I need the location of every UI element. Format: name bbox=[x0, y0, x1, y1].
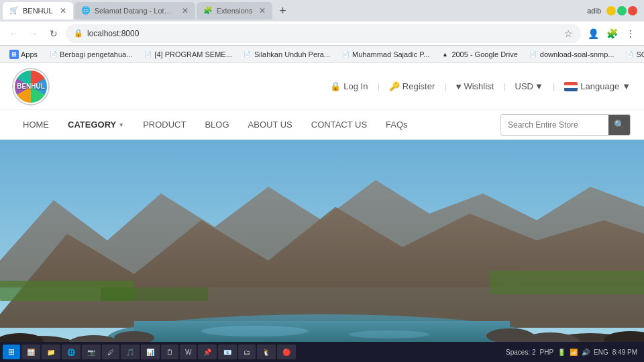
header-actions: 🔒 Log In | 🔑 Register | ♥ Wishlist | USD… bbox=[330, 81, 631, 91]
nav-contact[interactable]: CONTACT US bbox=[302, 111, 376, 138]
nav-home[interactable]: HOME bbox=[13, 111, 58, 138]
hero-svg bbox=[0, 140, 644, 352]
tab-selamat-datang[interactable]: 🌐 Selamat Datang - Lotuve ... ✕ bbox=[74, 2, 195, 19]
tray-lang: ENG bbox=[594, 349, 608, 356]
close-button[interactable] bbox=[628, 6, 637, 15]
tab-favicon-3: 🧩 bbox=[203, 6, 213, 15]
start-icon: ⊞ bbox=[8, 347, 15, 357]
search-input[interactable] bbox=[501, 117, 608, 133]
taskbar-item-3[interactable]: 🌐 bbox=[62, 345, 80, 359]
login-label: Log In bbox=[343, 81, 368, 91]
search-container: 🔍 bbox=[500, 114, 631, 136]
language-selector[interactable]: Language ▼ bbox=[564, 81, 631, 91]
apps-icon: ⊞ bbox=[9, 50, 19, 59]
bookmark-label-berbagi: Berbagi pengetahua... bbox=[60, 50, 132, 58]
bookmark-label-muhammad: Muhammad Sajadic P... bbox=[352, 50, 429, 58]
logo-container[interactable]: BENHUL bbox=[13, 69, 48, 104]
taskbar-item-12[interactable]: 🗂 bbox=[238, 345, 256, 359]
bookmark-label-download: download-soal-snmp... bbox=[540, 50, 614, 58]
taskbar-icon-10: 📌 bbox=[203, 349, 211, 356]
wishlist-link[interactable]: ♥ Wishlist bbox=[456, 81, 494, 91]
settings-button[interactable]: ⋮ bbox=[623, 26, 639, 42]
currency-label: USD bbox=[515, 81, 533, 91]
svg-rect-4 bbox=[490, 271, 644, 294]
account-button[interactable]: 👤 bbox=[585, 26, 601, 42]
taskbar-item-6[interactable]: 🎵 bbox=[121, 345, 140, 359]
currency-selector[interactable]: USD ▼ bbox=[515, 81, 543, 91]
taskbar-icon-1: 🪟 bbox=[27, 349, 35, 356]
tab-close-3[interactable]: ✕ bbox=[259, 6, 266, 15]
separator-4: | bbox=[553, 81, 555, 91]
extensions-button[interactable]: 🧩 bbox=[604, 26, 620, 42]
bookmark-download[interactable]: 📄 download-soal-snmp... bbox=[525, 48, 619, 60]
taskbar-item-8[interactable]: 🗒 bbox=[161, 345, 178, 359]
taskbar-item-1[interactable]: 🪟 bbox=[21, 345, 40, 359]
nav-home-label: HOME bbox=[23, 120, 49, 130]
flag-icon bbox=[564, 82, 578, 91]
register-label: Register bbox=[402, 81, 435, 91]
taskbar-icon-8: 🗒 bbox=[166, 349, 173, 356]
bookmark-soal[interactable]: 📄 SOAL SBMPTN | SOA... bbox=[621, 48, 645, 60]
tab-extensions[interactable]: 🧩 Extensions ✕ bbox=[197, 2, 273, 19]
minimize-button[interactable] bbox=[606, 6, 616, 15]
tab-label-1: BENHUL bbox=[23, 7, 53, 15]
nav-product[interactable]: PRODUCT bbox=[133, 111, 195, 138]
taskbar-item-2[interactable]: 📁 bbox=[42, 345, 60, 359]
nav-blog-label: BLOG bbox=[205, 120, 229, 130]
taskbar-icon-6: 🎵 bbox=[126, 349, 134, 356]
taskbar-tray: Spaces: 2 PHP 🔋 📶 🔊 ENG 8:49 PM bbox=[502, 349, 641, 356]
taskbar-item-4[interactable]: 📷 bbox=[82, 345, 101, 359]
taskbar-item-5[interactable]: 🖊 bbox=[102, 345, 119, 359]
register-icon: 🔑 bbox=[389, 81, 400, 91]
bookmark-icon-unduh: 📄 bbox=[243, 50, 252, 59]
nav-faqs[interactable]: FAQs bbox=[376, 111, 417, 138]
language-label: Language bbox=[580, 81, 619, 91]
svg-point-8 bbox=[201, 326, 309, 336]
forward-button[interactable]: → bbox=[25, 26, 42, 42]
nav-category[interactable]: CATEGORY ▼ bbox=[58, 111, 133, 138]
bookmark-star[interactable]: ☆ bbox=[564, 28, 573, 39]
currency-arrow-icon: ▼ bbox=[535, 81, 543, 91]
taskbar-item-13[interactable]: 🐧 bbox=[257, 345, 276, 359]
nav-product-label: PRODUCT bbox=[143, 120, 186, 130]
bookmark-program[interactable]: 📄 [4] PROGRAM SEME... bbox=[139, 48, 236, 60]
bookmark-muhammad[interactable]: 📄 Muhammad Sajadic P... bbox=[337, 48, 433, 60]
back-button[interactable]: ← bbox=[5, 26, 21, 42]
search-icon: 🔍 bbox=[614, 120, 625, 130]
url-box[interactable]: 🔒 localhost:8000 ☆ bbox=[66, 24, 581, 43]
taskbar-item-11[interactable]: 📧 bbox=[218, 345, 237, 359]
bookmark-apps[interactable]: ⊞ Apps bbox=[5, 48, 42, 60]
bookmark-icon-berbagi: 📄 bbox=[48, 50, 58, 59]
new-tab-button[interactable]: + bbox=[274, 2, 291, 19]
tab-benhul-store[interactable]: 🛒 BENHUL ✕ bbox=[3, 2, 73, 19]
taskbar-item-14[interactable]: 🔴 bbox=[277, 345, 296, 359]
website-content: BENHUL 🔒 Log In | 🔑 Register | ♥ Wishlis… bbox=[0, 63, 644, 352]
wishlist-label: Wishlist bbox=[464, 81, 494, 91]
tray-volume: 🔊 bbox=[582, 349, 590, 356]
taskbar-item-10[interactable]: 📌 bbox=[198, 345, 217, 359]
login-link[interactable]: 🔒 Log In bbox=[330, 81, 368, 91]
taskbar-item-7[interactable]: 📊 bbox=[141, 345, 160, 359]
browser-window: 🛒 BENHUL ✕ 🌐 Selamat Datang - Lotuve ...… bbox=[0, 0, 644, 352]
bookmark-unduh[interactable]: 📄 Silahkan Unduh Pera... bbox=[239, 48, 334, 60]
tray-battery: 🔋 bbox=[557, 349, 566, 356]
tab-close-2[interactable]: ✕ bbox=[182, 6, 189, 15]
search-button[interactable]: 🔍 bbox=[608, 115, 630, 135]
nav-about[interactable]: ABOUT US bbox=[239, 111, 302, 138]
svg-point-17 bbox=[486, 328, 533, 343]
maximize-button[interactable] bbox=[617, 6, 627, 15]
window-controls: adib bbox=[587, 6, 641, 15]
taskbar-item-9[interactable]: W bbox=[180, 345, 197, 359]
register-link[interactable]: 🔑 Register bbox=[389, 81, 435, 91]
bookmark-icon-muhammad: 📄 bbox=[341, 50, 350, 59]
start-button[interactable]: ⊞ bbox=[3, 345, 20, 359]
bookmark-berbagi[interactable]: 📄 Berbagi pengetahua... bbox=[44, 48, 136, 60]
nav-blog[interactable]: BLOG bbox=[195, 111, 238, 138]
reload-button[interactable]: ↻ bbox=[46, 26, 62, 42]
bookmark-google-drive[interactable]: ▲ 2005 - Google Drive bbox=[436, 48, 521, 60]
svg-rect-5 bbox=[101, 287, 208, 301]
tab-close-1[interactable]: ✕ bbox=[60, 6, 66, 15]
bookmark-icon-drive: ▲ bbox=[440, 50, 449, 59]
bookmark-label-drive: 2005 - Google Drive bbox=[451, 50, 517, 58]
tray-signal: 📶 bbox=[570, 349, 578, 356]
